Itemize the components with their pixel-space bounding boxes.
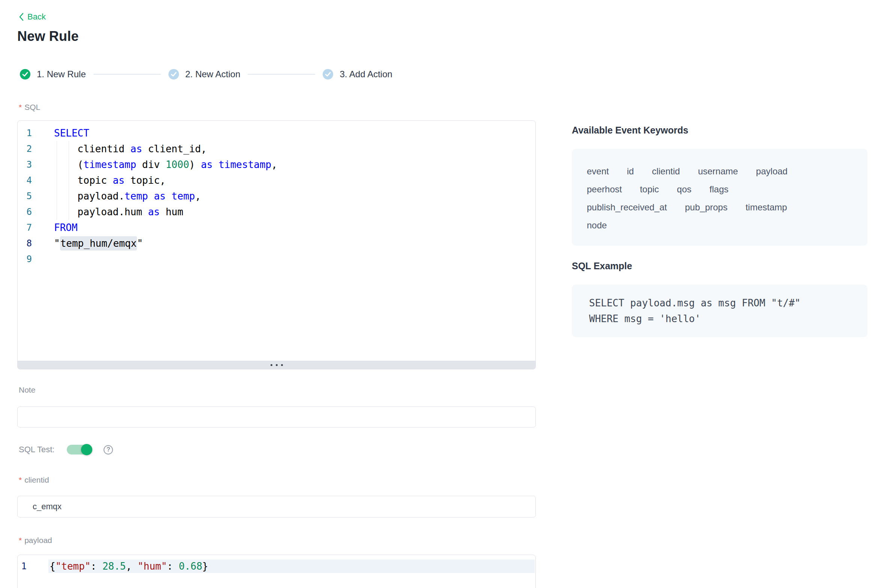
event-keyword: timestamp (746, 198, 787, 216)
step-check-icon (323, 69, 333, 80)
back-label: Back (27, 12, 46, 22)
step-label: 2. New Action (185, 69, 241, 80)
code-line: 3 (timestamp div 1000) as timestamp, (18, 157, 535, 172)
help-icon[interactable]: ? (104, 445, 113, 454)
keyword-row: eventidclientidusernamepayload (587, 162, 852, 180)
sql-test-toggle[interactable] (67, 445, 92, 454)
code-line: 1{"temp": 28.5, "hum": 0.68} (18, 560, 535, 573)
sql-editor-content: 1SELECT2 clientid as client_id,3 (timest… (18, 121, 535, 267)
payload-editor[interactable]: 1{"temp": 28.5, "hum": 0.68} (17, 555, 536, 588)
line-number: 3 (18, 157, 37, 172)
sql-example-box: SELECT payload.msg as msg FROM "t/#"WHER… (572, 285, 867, 337)
step-label: 1. New Rule (37, 69, 86, 80)
sql-editor-resize-handle[interactable] (17, 361, 536, 369)
line-number: 8 (18, 236, 37, 251)
sql-example-title: SQL Example (572, 261, 632, 272)
clientid-field-label: *clientid (19, 476, 49, 484)
chevron-left-icon (19, 13, 24, 21)
line-number: 1 (18, 560, 32, 573)
sql-field-label: *SQL (19, 103, 40, 112)
back-link[interactable]: Back (19, 12, 46, 22)
keyword-row: peerhosttopicqosflags (587, 180, 852, 198)
steps: 1. New Rule 2. New Action 3. Add Action (20, 69, 392, 80)
sql-editor-body[interactable]: 1SELECT2 clientid as client_id,3 (timest… (17, 120, 536, 361)
required-asterisk: * (19, 103, 22, 111)
event-keyword: event (587, 162, 609, 180)
sql-example-line: WHERE msg = 'hello' (589, 311, 850, 327)
event-keyword: flags (710, 180, 729, 198)
event-keyword: id (627, 162, 634, 180)
code-line: 7FROM (18, 220, 535, 236)
code-line: 8"temp_hum/emqx" (18, 236, 535, 251)
payload-editor-body[interactable]: 1{"temp": 28.5, "hum": 0.68} (17, 555, 536, 588)
sql-test-row: SQL Test: ? (19, 445, 113, 454)
note-input[interactable] (17, 406, 536, 428)
line-number: 2 (18, 141, 37, 157)
code-line: 6 payload.hum as hum (18, 204, 535, 220)
step-connector (248, 74, 315, 75)
event-keyword: topic (640, 180, 659, 198)
payload-field-label: *payload (19, 536, 52, 545)
keyword-row: publish_received_atpub_propstimestamp (587, 198, 852, 216)
keyword-row: node (587, 216, 852, 234)
code-line: 9 (18, 251, 535, 267)
sql-test-label: SQL Test: (19, 445, 54, 454)
event-keyword: clientid (652, 162, 680, 180)
event-keyword: node (587, 216, 607, 234)
event-keyword: payload (756, 162, 788, 180)
line-number: 9 (18, 251, 37, 267)
line-number: 6 (18, 204, 37, 220)
line-number: 7 (18, 220, 37, 236)
event-keyword: qos (677, 180, 692, 198)
keywords-title: Available Event Keywords (572, 125, 688, 136)
toggle-knob (81, 444, 92, 455)
event-keyword: username (698, 162, 738, 180)
step-item[interactable]: 1. New Rule (20, 69, 86, 80)
clientid-input[interactable] (17, 496, 536, 518)
payload-editor-content: 1{"temp": 28.5, "hum": 0.68} (18, 555, 535, 573)
line-number: 1 (18, 125, 37, 141)
line-number: 4 (18, 172, 37, 188)
code-line: 5 payload.temp as temp, (18, 188, 535, 204)
step-connector (93, 74, 161, 75)
code-line: 2 clientid as client_id, (18, 141, 535, 157)
sql-example-line: SELECT payload.msg as msg FROM "t/#" (589, 295, 850, 311)
page-title: New Rule (17, 28, 79, 44)
keywords-box: eventidclientidusernamepayloadpeerhostto… (572, 149, 867, 246)
step-check-icon (20, 69, 30, 80)
line-number: 5 (18, 188, 37, 204)
note-field-label: Note (19, 386, 35, 394)
event-keyword: peerhost (587, 180, 622, 198)
step-item[interactable]: 3. Add Action (323, 69, 392, 80)
event-keyword: pub_props (685, 198, 727, 216)
step-check-icon (168, 69, 179, 80)
step-label: 3. Add Action (340, 69, 392, 80)
code-line: 4 topic as topic, (18, 172, 535, 188)
event-keyword: publish_received_at (587, 198, 667, 216)
sql-editor[interactable]: 1SELECT2 clientid as client_id,3 (timest… (17, 120, 536, 369)
step-item[interactable]: 2. New Action (168, 69, 241, 80)
code-line: 1SELECT (18, 125, 535, 141)
